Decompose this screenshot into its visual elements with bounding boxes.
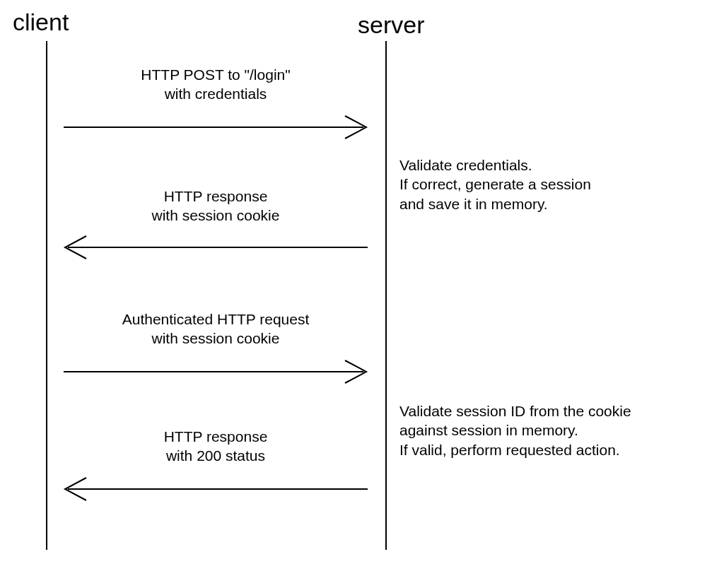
msg1-line1: HTTP POST to "/login" xyxy=(141,66,290,83)
msg2-label: HTTP response with session cookie xyxy=(67,187,364,225)
arrow-left-2 xyxy=(64,475,368,503)
msg1-label: HTTP POST to "/login" with credentials xyxy=(67,65,364,104)
arrow-right-1 xyxy=(64,113,368,141)
actor-client-label: client xyxy=(13,8,69,36)
note1-line2: If correct, generate a session xyxy=(399,176,591,192)
client-lifeline xyxy=(46,41,47,550)
note2: Validate session ID from the cookie agai… xyxy=(399,401,631,459)
sequence-diagram: client server HTTP POST to "/login" with… xyxy=(0,0,724,588)
msg4-line1: HTTP response xyxy=(164,428,268,445)
msg2-line2: with session cookie xyxy=(152,207,280,223)
note1-line3: and save it in memory. xyxy=(399,196,548,212)
note1-line1: Validate credentials. xyxy=(399,157,532,173)
note2-line2: against session in memory. xyxy=(399,422,578,438)
msg3-line2: with session cookie xyxy=(152,330,280,346)
server-lifeline xyxy=(385,41,387,550)
msg4-line2: with 200 status xyxy=(166,447,265,464)
arrow-right-2 xyxy=(64,358,368,386)
msg4-label: HTTP response with 200 status xyxy=(67,427,364,466)
note2-line3: If valid, perform requested action. xyxy=(399,442,620,458)
note2-line1: Validate session ID from the cookie xyxy=(399,403,631,419)
note1: Validate credentials. If correct, genera… xyxy=(399,155,591,213)
msg3-line1: Authenticated HTTP request xyxy=(122,311,310,327)
arrow-left-1 xyxy=(64,233,368,261)
msg1-line2: with credentials xyxy=(165,86,267,102)
msg3-label: Authenticated HTTP request with session … xyxy=(67,310,364,348)
msg2-line1: HTTP response xyxy=(164,188,268,204)
actor-server-label: server xyxy=(358,11,424,39)
